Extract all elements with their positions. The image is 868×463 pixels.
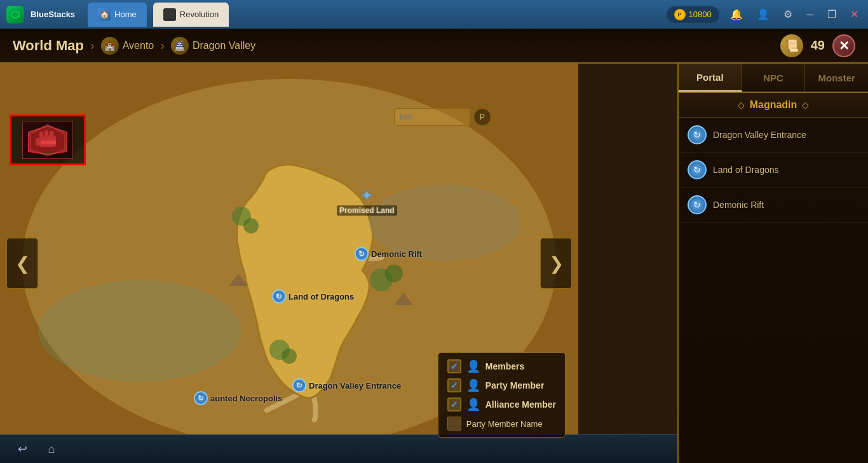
map-search-area: P [394, 108, 491, 126]
location-label-haunted-necropolis: aunted Necropolis [210, 394, 282, 403]
party-member-label: Party Member [485, 380, 545, 390]
svg-rect-16 [39, 141, 56, 144]
brand-name: BlueStacks [31, 10, 75, 19]
restore-button[interactable]: ❐ [824, 7, 839, 22]
home-icon[interactable]: ⌂ [42, 439, 61, 459]
svg-rect-18 [39, 132, 43, 138]
map-close-button[interactable]: ✕ [832, 34, 855, 57]
avento-label: Avento [123, 40, 154, 52]
demonic-rift-portal: ↻ [355, 247, 369, 261]
nav-arrow-left[interactable]: ❮ [6, 238, 38, 289]
settings-icon[interactable]: ⚙ [780, 7, 796, 22]
location-promised-land[interactable]: ✦ Promised Land [337, 188, 397, 216]
title-bar: BlueStacks 🏠 Home ⚔ Revolution P 10800 🔔… [0, 0, 868, 29]
section-header: ◇ Magnadin ◇ [679, 93, 868, 118]
avento-icon: 🏰 [101, 37, 119, 55]
tab-home[interactable]: 🏠 Home [88, 3, 147, 27]
section-title: Magnadin [750, 99, 797, 111]
land-of-dragons-portal: ↻ [272, 289, 286, 303]
bluestacks-logo [6, 6, 24, 24]
dragon-valley-label: Dragon Valley [193, 40, 255, 52]
alliance-member-checkbox[interactable]: ✓ [447, 397, 461, 411]
legend-party-member: ✓ 👤 Party Member [447, 378, 556, 392]
alliance-member-label: Alliance Member [485, 399, 556, 410]
close-window-button[interactable]: ✕ [847, 7, 862, 22]
map-background: P ❮ ❯ ✦ Promised Land ↻ Demonic Rift ↻ L… [0, 64, 578, 463]
profile-icon[interactable]: 👤 [754, 7, 773, 22]
map-header: World Map › 🏰 Avento › 🏯 Dragon Valley 📜… [0, 29, 868, 64]
tab-portal[interactable]: Portal [679, 64, 742, 92]
map-title: World Map [13, 38, 84, 54]
coins-display: P 10800 [667, 6, 719, 23]
svg-point-9 [385, 265, 403, 282]
location-dv-entrance[interactable]: ↻ Dragon Valley Entrance [292, 378, 401, 392]
title-bar-right: P 10800 🔔 👤 ⚙ ─ ❐ ✕ [667, 6, 862, 23]
location-haunted-necropolis[interactable]: ↻ aunted Necropolis [194, 391, 282, 405]
map-search-input[interactable] [394, 108, 470, 126]
svg-rect-20 [50, 131, 53, 137]
portal-icon-dv-entrance: ↻ [688, 125, 707, 144]
breadcrumb-arrow-1: › [90, 38, 95, 53]
minimize-button[interactable]: ─ [803, 8, 817, 22]
location-label-demonic-rift: Demonic Rift [371, 249, 422, 259]
haunted-necropolis-portal: ↻ [194, 391, 208, 405]
tab-monster[interactable]: Monster [805, 64, 868, 92]
scroll-count: 49 [811, 38, 825, 53]
party-name-box [447, 417, 461, 431]
svg-point-11 [281, 349, 297, 364]
portal-icon-land-of-dragons: ↻ [688, 160, 707, 179]
scroll-icon: 📜 [780, 34, 803, 57]
legend-alliance-member: ✓ 👤 Alliance Member [447, 397, 556, 411]
alliance-member-figure: 👤 [466, 397, 480, 411]
right-panel: Portal NPC Monster ◇ Magnadin ◇ ↻ Dragon… [677, 64, 868, 463]
portal-name-demonic-rift: Demonic Rift [713, 200, 764, 210]
map-header-right: 📜 49 ✕ [780, 34, 855, 57]
members-figure: 👤 [466, 359, 480, 373]
dragon-valley-icon: 🏯 [171, 37, 189, 55]
portal-item-demonic-rift[interactable]: ↻ Demonic Rift [679, 188, 868, 223]
map-search-button[interactable]: P [473, 108, 491, 126]
back-icon[interactable]: ↩ [13, 439, 32, 459]
breadcrumb-dragon-valley[interactable]: 🏯 Dragon Valley [171, 37, 255, 55]
location-land-of-dragons[interactable]: ↻ Land of Dragons [272, 289, 354, 303]
party-name-label: Party Member Name [466, 419, 543, 429]
home-tab-label: Home [114, 10, 137, 19]
tab-revolution[interactable]: ⚔ Revolution [153, 3, 229, 27]
location-label-dv-entrance: Dragon Valley Entrance [309, 381, 401, 390]
svg-point-4 [38, 280, 241, 382]
legend-party-name: Party Member Name [447, 417, 556, 431]
location-demonic-rift[interactable]: ↻ Demonic Rift [355, 247, 422, 261]
map-faction-icon[interactable] [10, 114, 86, 165]
nav-arrow-right[interactable]: ❯ [540, 238, 572, 289]
dv-entrance-portal: ↻ [292, 378, 306, 392]
diamond-left: ◇ [738, 100, 745, 110]
home-tab-icon: 🏠 [98, 8, 111, 21]
portal-item-dv-entrance[interactable]: ↻ Dragon Valley Entrance [679, 118, 868, 153]
portal-name-land-of-dragons: Land of Dragons [713, 165, 779, 175]
members-checkbox[interactable]: ✓ [447, 359, 461, 373]
breadcrumb-arrow-2: › [160, 38, 165, 53]
tab-npc[interactable]: NPC [742, 64, 806, 92]
map-legend: ✓ 👤 Members ✓ 👤 Party Member ✓ 👤 Allianc… [438, 352, 566, 438]
coin-amount: 10800 [689, 10, 712, 19]
breadcrumb-avento[interactable]: 🏰 Avento [101, 37, 154, 55]
bottom-left-icons: ↩ ⌂ [13, 439, 61, 459]
game-window: World Map › 🏰 Avento › 🏯 Dragon Valley 📜… [0, 29, 868, 463]
revolution-tab-icon: ⚔ [163, 8, 176, 21]
revolution-tab-label: Revolution [180, 10, 219, 19]
party-member-checkbox[interactable]: ✓ [447, 378, 461, 392]
portal-item-land-of-dragons[interactable]: ↻ Land of Dragons [679, 153, 868, 188]
panel-tabs: Portal NPC Monster [679, 64, 868, 93]
coin-icon: P [674, 9, 686, 20]
legend-members: ✓ 👤 Members [447, 359, 556, 373]
diamond-right: ◇ [802, 100, 809, 110]
svg-rect-17 [36, 138, 41, 146]
notification-icon[interactable]: 🔔 [727, 7, 746, 22]
location-label-promised-land: Promised Land [337, 205, 397, 216]
location-label-land-of-dragons: Land of Dragons [288, 292, 354, 301]
svg-rect-19 [44, 130, 48, 137]
portal-icon-demonic-rift: ↻ [688, 195, 707, 214]
map-area: P ❮ ❯ ✦ Promised Land ↻ Demonic Rift ↻ L… [0, 64, 578, 463]
fist-icon [22, 121, 73, 159]
members-label: Members [485, 361, 524, 371]
